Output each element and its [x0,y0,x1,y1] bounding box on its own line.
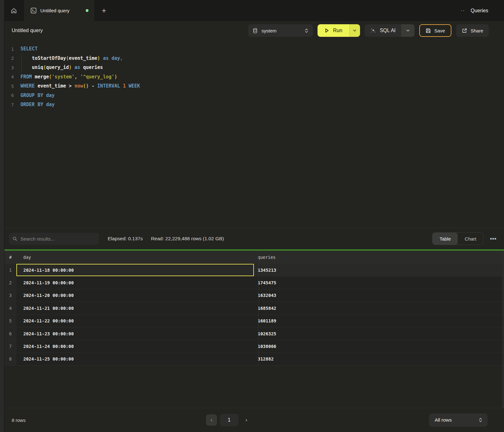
query-title: Untitled query [12,28,43,33]
new-tab-button[interactable]: + [94,0,114,21]
sql-console: Untitled query + ·· Queries Untitled que… [0,0,504,432]
results-menu-icon[interactable]: ••• [490,235,496,242]
cell-queries[interactable]: 1632043 [254,289,504,302]
cell-day[interactable]: 2024-11-21 00:00:00 [16,302,254,314]
code-line[interactable]: 3 uniq(query_id) as queries [4,63,504,72]
sparkles-icon [370,28,376,33]
home-icon [11,8,17,14]
run-options-caret[interactable] [349,24,360,37]
line-number: 6 [4,93,18,98]
code-text: toStartOfDay(event_time) as day, [18,54,123,63]
page-size-chevrons-icon [478,418,483,423]
elapsed-stat: Elapsed: 0.137s [108,236,143,242]
home-tab[interactable] [4,0,24,21]
code-line[interactable]: 1SELECT [4,44,504,54]
header-queries[interactable]: queries [254,255,504,260]
share-button[interactable]: Share [456,24,489,37]
view-toggle: Table Chart [432,232,484,245]
table-row[interactable]: 32024-11-20 00:00:001632043 [4,289,504,302]
code-text: WHERE event_time > now() - INTERVAL 1 WE… [18,82,140,91]
cell-queries[interactable]: 1026325 [254,327,504,340]
cell-day[interactable]: 2024-11-23 00:00:00 [16,327,254,340]
cell-day[interactable]: 2024-11-20 00:00:00 [16,289,254,302]
row-index: 2 [4,276,16,289]
search-icon [13,236,17,241]
view-chart-tab[interactable]: Chart [458,233,483,245]
select-chevrons-icon [305,28,308,33]
table-body: 12024-11-18 00:00:00134521322024-11-19 0… [4,264,504,366]
read-stat: Read: 22,229,488 rows (1.02 GB) [151,236,224,242]
sql-ai-button[interactable]: SQL AI [365,24,401,37]
next-page-button[interactable]: › [241,414,251,426]
queries-link[interactable]: Queries [471,8,488,14]
code-line[interactable]: 5WHERE event_time > now() - INTERVAL 1 W… [4,82,504,91]
table-row[interactable]: 52024-11-22 00:00:001601189 [4,315,504,327]
view-table-tab[interactable]: Table [432,233,458,245]
run-button[interactable]: Run [318,24,349,37]
cell-day[interactable]: 2024-11-24 00:00:00 [16,340,254,352]
cell-queries[interactable]: 1038066 [254,340,504,352]
line-number: 7 [4,102,18,107]
cell-queries[interactable]: 1345213 [254,264,504,276]
table-row[interactable]: 12024-11-18 00:00:001345213 [4,264,504,276]
cell-day[interactable]: 2024-11-25 00:00:00 [16,353,254,365]
cell-queries[interactable]: 1685842 [254,302,504,314]
header-day[interactable]: day [16,255,254,260]
current-page-button[interactable]: 1 [220,414,238,426]
cell-day[interactable]: 2024-11-19 00:00:00 [16,276,254,289]
table-scrollbar[interactable] [502,251,504,408]
code-line[interactable]: 2 toStartOfDay(event_time) as day, [4,54,504,63]
code-line[interactable]: 7ORDER BY day [4,100,504,110]
save-icon [426,28,431,33]
row-index: 4 [4,302,16,314]
save-label: Save [434,28,445,33]
sql-editor[interactable]: 1SELECT2 toStartOfDay(event_time) as day… [4,40,504,228]
code-text: GROUP BY day [18,91,54,100]
unsaved-dot [86,9,89,12]
database-value: system [261,28,301,33]
code-line[interactable]: 6GROUP BY day [4,91,504,100]
row-index: 1 [4,264,16,276]
query-toolbar: Untitled query system [4,21,504,40]
tab-title: Untitled query [40,8,82,13]
code-text: uniq(query_id) as queries [18,63,103,72]
page-size-selector[interactable]: All rows [429,413,488,427]
prev-page-button[interactable]: ‹ [206,414,217,426]
cell-day[interactable]: 2024-11-22 00:00:00 [16,315,254,327]
results-footer: 8 rows ‹ 1 › All rows [4,408,504,432]
line-number: 4 [4,74,18,79]
table-row[interactable]: 82024-11-25 00:00:00312882 [4,353,504,366]
left-rail [0,0,4,432]
tab-bar: Untitled query + ·· Queries [4,0,504,21]
results-search[interactable] [9,233,99,245]
save-button[interactable]: Save [419,24,451,37]
page-size-value: All rows [435,417,478,423]
sidebar-toggle-icon[interactable]: ·· [461,7,465,14]
sql-ai-label: SQL AI [380,28,396,33]
row-index: 6 [4,327,16,340]
row-index: 5 [4,315,16,327]
line-number: 5 [4,84,18,89]
code-line[interactable]: 4FROM merge('system', '^query_log') [4,72,504,82]
row-index: 7 [4,340,16,352]
share-label: Share [471,28,483,33]
terminal-icon [31,8,37,14]
row-index: 8 [4,353,16,365]
cell-queries[interactable]: 312882 [254,353,504,365]
line-number: 1 [4,47,18,52]
cell-day[interactable]: 2024-11-18 00:00:00 [16,264,254,276]
table-row[interactable]: 62024-11-23 00:00:001026325 [4,327,504,340]
table-row[interactable]: 42024-11-21 00:00:001685842 [4,302,504,315]
table-row[interactable]: 22024-11-19 00:00:001745475 [4,276,504,289]
code-text: ORDER BY day [18,100,54,110]
sql-ai-caret[interactable] [401,24,415,37]
pagination: ‹ 1 › [206,414,251,426]
header-index[interactable]: # [4,255,16,260]
cell-queries[interactable]: 1601189 [254,315,504,327]
code-lines: 1SELECT2 toStartOfDay(event_time) as day… [4,44,504,110]
tab-untitled-query[interactable]: Untitled query [24,0,94,21]
table-row[interactable]: 72024-11-24 00:00:001038066 [4,340,504,353]
database-selector[interactable]: system [248,24,313,37]
cell-queries[interactable]: 1745475 [254,276,504,289]
search-input[interactable] [20,236,95,242]
